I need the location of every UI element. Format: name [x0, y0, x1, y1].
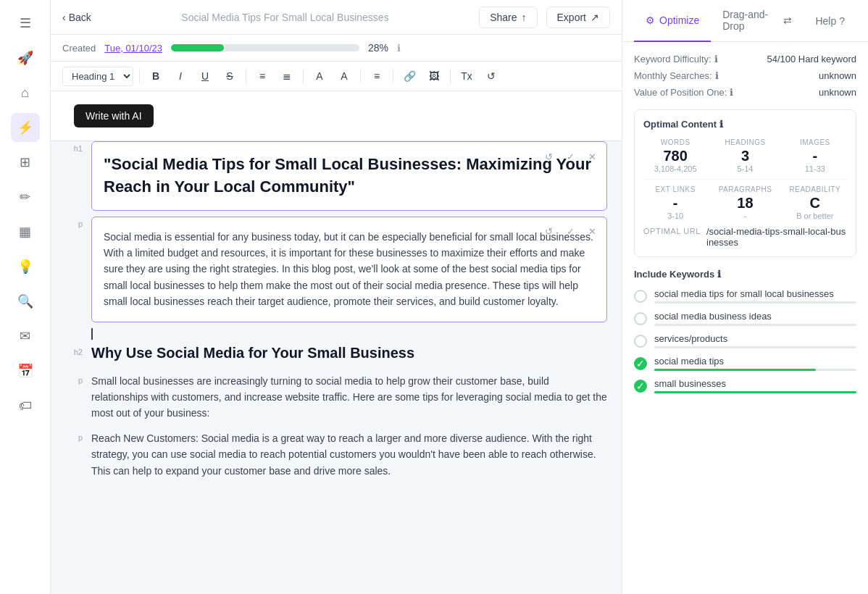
right-panel-tabs: ⚙ Optimize Drag-and-Drop ⇄ Help ? [622, 0, 868, 42]
tag-icon[interactable]: 🏷 [11, 391, 40, 420]
h2-label: h2 [65, 345, 83, 356]
keyword-checkbox-3[interactable]: ✓ [634, 357, 647, 370]
undo-button[interactable]: ↺ [481, 66, 501, 86]
bolt-icon[interactable]: ⚡ [11, 113, 40, 142]
calendar-icon[interactable]: 📅 [11, 356, 40, 385]
keywords-info-icon[interactable]: ℹ [717, 269, 721, 280]
help-label: Help [815, 15, 836, 27]
keyword-difficulty-row: Keyword Difficulty: ℹ 54/100 Hard keywor… [634, 54, 856, 64]
tab-optimize[interactable]: ⚙ Optimize [634, 0, 711, 42]
keyword-checkbox-0[interactable] [634, 290, 647, 303]
keyword-text-1: social media business ideas [654, 311, 856, 322]
progress-info-icon[interactable]: ℹ [397, 43, 401, 54]
share-label: Share [490, 12, 517, 23]
right-panel: ⚙ Optimize Drag-and-Drop ⇄ Help ? Keywor… [622, 0, 868, 594]
oc-info-icon[interactable]: ℹ [719, 119, 723, 130]
bold-button[interactable]: B [146, 66, 166, 86]
unordered-list-button[interactable]: ≣ [277, 66, 297, 86]
h1-check-icon[interactable]: ✓ [562, 148, 579, 165]
keyword-inner-1: social media business ideas [654, 311, 856, 326]
back-label: Back [69, 12, 91, 23]
vp-info-icon[interactable]: ℹ [730, 87, 733, 98]
p1-block-actions: ↺ ✓ ✕ [540, 223, 601, 240]
bulb-icon[interactable]: 💡 [11, 252, 40, 281]
image-button[interactable]: 🖼 [424, 66, 444, 86]
ms-info-icon[interactable]: ℹ [715, 70, 719, 81]
keyword-text-3: social media tips [654, 356, 856, 367]
link-button[interactable]: 🔗 [399, 66, 420, 86]
keyword-difficulty-value: 54/100 Hard keyword [767, 54, 856, 64]
kd-info-icon[interactable]: ℹ [714, 54, 718, 64]
p1-close-icon[interactable]: ✕ [583, 223, 601, 240]
editor-container: h1 ↺ ✓ ✕ "Social Media Tips for Small Lo… [51, 141, 622, 594]
value-position-value: unknown [819, 87, 856, 98]
progress-track [171, 44, 359, 51]
highlight-button[interactable]: A [334, 66, 354, 86]
progress-area: Created Tue, 01/10/23 28% ℹ [51, 35, 622, 62]
export-icon: ↗ [591, 12, 599, 23]
keyword-item-1: social media business ideas [634, 311, 856, 326]
optimize-label: Optimize [659, 14, 699, 26]
p3-block-row: p Reach New Customers: Social media is a… [65, 430, 607, 479]
keyword-checkbox-4[interactable]: ✓ [634, 380, 647, 393]
keywords-section: Include Keywords ℹ social media tips for… [634, 269, 856, 393]
underline-button[interactable]: U [195, 66, 215, 86]
strikethrough-button[interactable]: S [220, 66, 240, 86]
write-ai-button[interactable]: Write with AI [74, 104, 154, 127]
h1-refresh-icon[interactable]: ↺ [540, 148, 557, 165]
p2-block-content: Small local businesses are increasingly … [91, 373, 607, 422]
h1-block-actions: ↺ ✓ ✕ [540, 148, 601, 165]
chevron-left-icon: ‹ [62, 12, 66, 23]
table-icon[interactable]: ▦ [11, 217, 40, 246]
toolbar-divider-3 [303, 69, 304, 83]
cursor-line [91, 328, 93, 340]
keyword-bar-fill-3 [654, 369, 816, 371]
optimal-divider [643, 179, 847, 180]
p2-block-row: p Small local businesses are increasingl… [65, 373, 607, 422]
keyword-text-4: small businesses [654, 378, 856, 389]
h1-close-icon[interactable]: ✕ [583, 148, 601, 165]
p3-block-content: Reach New Customers: Social media is a g… [91, 430, 607, 479]
p1-block-content: ↺ ✓ ✕ Social media is essential for any … [91, 217, 607, 322]
drag-drop-icon: ⇄ [783, 14, 792, 26]
optimal-grid-top: WORDS 780 3,108-4,205 HEADINGS 3 5-14 IM… [643, 138, 847, 173]
p2-text: Small local businesses are increasingly … [91, 373, 607, 422]
h2-block-row: h2 Why Use Social Media for Your Small B… [65, 345, 607, 367]
h1-block-content: ↺ ✓ ✕ "Social Media Tips for Small Local… [91, 141, 607, 211]
align-button[interactable]: ≡ [367, 66, 387, 86]
help-tab[interactable]: Help ? [804, 0, 856, 41]
p1-editor-block[interactable]: ↺ ✓ ✕ Social media is essential for any … [91, 217, 607, 322]
keyword-difficulty-label: Keyword Difficulty: ℹ [634, 54, 718, 64]
keyword-checkbox-1[interactable] [634, 312, 647, 325]
mail-icon[interactable]: ✉ [11, 322, 40, 351]
pencil-icon[interactable]: ✏ [11, 183, 40, 212]
p1-refresh-icon[interactable]: ↺ [540, 223, 557, 240]
keyword-bar-4 [654, 391, 856, 393]
home-icon[interactable]: ⌂ [11, 78, 40, 107]
keyword-bar-fill-4 [654, 391, 856, 393]
monthly-searches-row: Monthly Searches: ℹ unknown [634, 70, 856, 81]
export-button[interactable]: Export ↗ [546, 7, 610, 28]
editor-scroll[interactable]: h1 ↺ ✓ ✕ "Social Media Tips for Small Lo… [51, 141, 622, 594]
menu-icon[interactable]: ☰ [11, 9, 40, 38]
paragraphs-cell: PARAGRAPHS 18 - [713, 185, 777, 220]
cursor-area [65, 328, 607, 342]
h1-editor-block[interactable]: ↺ ✓ ✕ "Social Media Tips for Small Local… [91, 141, 607, 211]
font-color-button[interactable]: A [309, 66, 330, 86]
format-clear-button[interactable]: Tx [456, 66, 477, 86]
keyword-checkbox-2[interactable] [634, 335, 647, 348]
created-date: Tue, 01/10/23 [104, 43, 162, 54]
italic-button[interactable]: I [170, 66, 191, 86]
heading-select[interactable]: Heading 1 [62, 67, 133, 86]
magnify-icon[interactable]: 🔍 [11, 287, 40, 316]
share-button[interactable]: Share ↑ [479, 7, 537, 28]
back-button[interactable]: ‹ Back [62, 12, 91, 23]
tab-drag-drop[interactable]: Drag-and-Drop ⇄ [711, 0, 804, 42]
optimal-content-title: Optimal Content ℹ [643, 119, 847, 130]
ordered-list-button[interactable]: ≡ [252, 66, 272, 86]
rocket-icon[interactable]: 🚀 [11, 43, 40, 72]
toolbar-divider-1 [139, 69, 140, 83]
p1-check-icon[interactable]: ✓ [562, 223, 579, 240]
words-cell: WORDS 780 3,108-4,205 [643, 138, 707, 173]
grid-icon[interactable]: ⊞ [11, 148, 40, 177]
